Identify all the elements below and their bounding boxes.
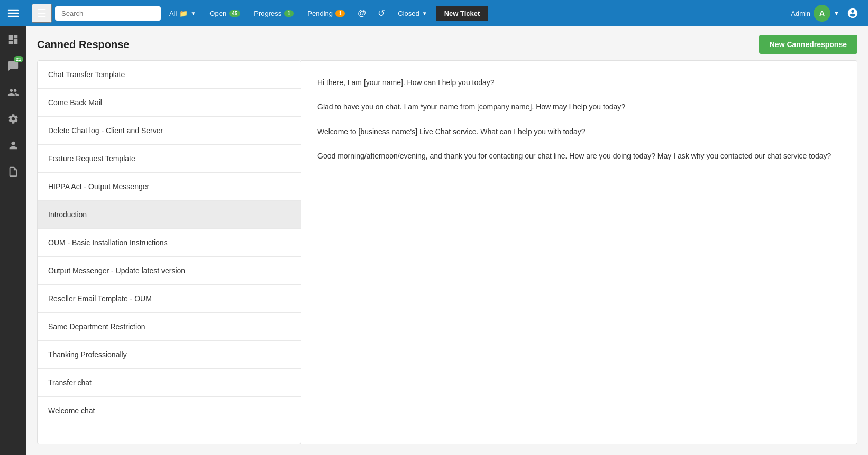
sidebar-item-chat[interactable]: 21 [0, 53, 26, 79]
list-item[interactable]: Come Back Mail [38, 89, 301, 117]
search-input[interactable] [55, 6, 161, 21]
chat-badge: 21 [14, 56, 23, 62]
sidebar-item-dashboard[interactable] [0, 26, 26, 53]
sidebar-item-contacts[interactable] [0, 79, 26, 106]
progress-label: Progress [254, 10, 281, 17]
user-profile-button[interactable] [843, 4, 863, 22]
nav-progress-button[interactable]: Progress 1 [249, 6, 299, 21]
nav-pending-button[interactable]: Pending 1 [302, 6, 350, 21]
content-paragraph-1: Hi there, I am [your name]. How can I he… [317, 77, 841, 88]
sidebar: 21 [0, 0, 26, 455]
admin-name: Admin [791, 10, 810, 17]
list-item-active[interactable]: Introduction [38, 201, 301, 229]
list-item[interactable]: HIPPA Act - Output Messenger [38, 173, 301, 201]
canned-response-content: Hi there, I am [your name]. How can I he… [301, 60, 857, 444]
content-paragraph-3: Welcome to [business name's] Live Chat s… [317, 126, 841, 137]
content-paragraph-4: Good morning/afternoon/evening, and than… [317, 150, 841, 162]
sidebar-item-settings[interactable] [0, 106, 26, 132]
list-item[interactable]: Thanking Professionally [38, 341, 301, 369]
sidebar-logo[interactable] [0, 0, 26, 26]
list-item[interactable]: Same Department Restriction [38, 313, 301, 341]
open-badge: 45 [229, 10, 240, 17]
at-icon: @ [358, 8, 366, 18]
content-split: Chat Transfer Template Come Back Mail De… [26, 60, 868, 455]
all-label: All [169, 10, 177, 17]
content-paragraph-2: Glad to have you on chat. I am *your nam… [317, 101, 841, 113]
hamburger-button[interactable]: ☰ [32, 4, 52, 23]
progress-badge: 1 [284, 10, 294, 17]
avatar[interactable]: A [814, 5, 830, 22]
list-item[interactable]: Welcome chat [38, 397, 301, 424]
sidebar-item-user[interactable] [0, 132, 26, 159]
list-item[interactable]: Chat Transfer Template [38, 61, 301, 89]
list-item[interactable]: Output Messenger - Update latest version [38, 257, 301, 285]
list-item[interactable]: Delete Chat log - Client and Server [38, 117, 301, 145]
list-item[interactable]: Feature Request Template [38, 145, 301, 173]
list-item[interactable]: OUM - Basic Installation Instructions [38, 229, 301, 257]
avatar-dropdown-icon[interactable]: ▼ [834, 10, 839, 16]
canned-response-list: Chat Transfer Template Come Back Mail De… [37, 60, 301, 444]
folder-icon: 📁 [179, 10, 188, 17]
new-canned-response-button[interactable]: New Cannedresponse [759, 35, 857, 54]
nav-all-button[interactable]: All 📁 ▼ [164, 6, 201, 21]
page-header: Canned Response New Cannedresponse [26, 26, 868, 60]
nav-open-button[interactable]: Open 45 [204, 6, 245, 21]
all-chevron-icon: ▼ [190, 11, 196, 16]
page-title: Canned Response [37, 39, 129, 51]
nav-history-button[interactable]: ↺ [373, 5, 389, 22]
list-item[interactable]: Reseller Email Template - OUM [38, 285, 301, 313]
pending-label: Pending [307, 10, 333, 17]
pending-badge: 1 [335, 10, 345, 17]
closed-chevron-icon: ▼ [422, 11, 427, 16]
new-ticket-button[interactable]: New Ticket [436, 6, 489, 21]
nav-at-button[interactable]: @ [353, 5, 370, 21]
nav-closed-button[interactable]: Closed ▼ [392, 6, 432, 21]
list-item[interactable]: Transfer chat [38, 369, 301, 397]
new-ticket-label: New Ticket [444, 10, 480, 17]
closed-label: Closed [398, 10, 419, 17]
top-header: ☰ All 📁 ▼ Open 45 Progress 1 Pending 1 @… [26, 0, 868, 26]
history-icon: ↺ [378, 8, 385, 19]
sidebar-item-notes[interactable] [0, 159, 26, 185]
open-label: Open [209, 10, 226, 17]
main-area: Canned Response New Cannedresponse Chat … [26, 26, 868, 455]
